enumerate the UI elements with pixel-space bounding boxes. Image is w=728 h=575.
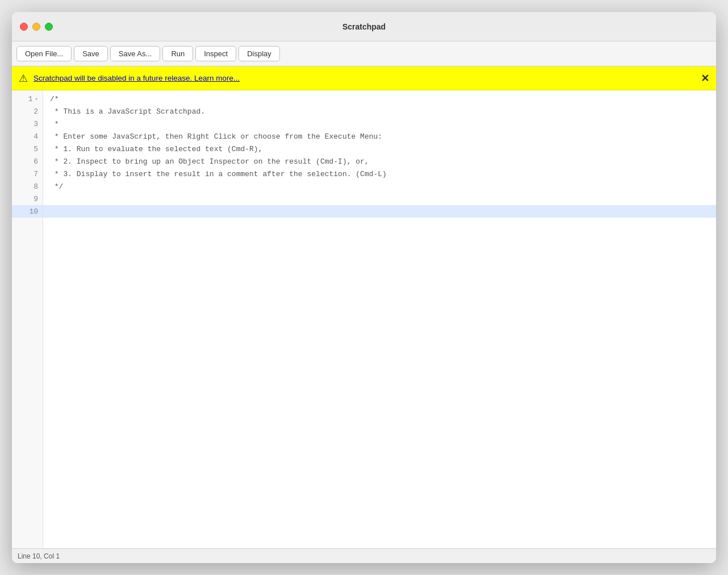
line-number-9: 9 — [12, 193, 43, 205]
code-line-9 — [43, 193, 716, 205]
code-line-10 — [43, 205, 716, 218]
code-line-5: * 1. Run to evaluate the selected text (… — [43, 143, 716, 155]
fold-arrow-icon[interactable]: ▾ — [35, 96, 38, 102]
line-number-5: 5 — [12, 143, 43, 155]
cursor-position: Line 10, Col 1 — [18, 552, 60, 560]
warning-icon: ⚠ — [19, 72, 28, 85]
code-line-1: /* — [43, 93, 716, 105]
warning-banner: ⚠ Scratchpad will be disabled in a futur… — [12, 66, 716, 90]
traffic-lights — [20, 23, 53, 31]
code-line-6: * 2. Inspect to bring up an Object Inspe… — [43, 155, 716, 168]
line-number-3: 3 — [12, 118, 43, 130]
line-number-2: 2 — [12, 105, 43, 118]
maximize-button[interactable] — [45, 23, 53, 31]
line-number-8: 8 — [12, 180, 43, 193]
display-button[interactable]: Display — [239, 46, 280, 61]
minimize-button[interactable] — [32, 23, 40, 31]
code-line-2: * This is a JavaScript Scratchpad. — [43, 105, 716, 118]
code-line-4: * Enter some JavaScript, then Right Clic… — [43, 130, 716, 143]
code-editor[interactable]: /* * This is a JavaScript Scratchpad. * … — [43, 90, 716, 548]
close-button[interactable] — [20, 23, 28, 31]
line-number-10: 10 — [12, 205, 43, 218]
code-line-7: * 3. Display to insert the result in a c… — [43, 168, 716, 180]
main-window: Scratchpad Open File... Save Save As... … — [12, 12, 716, 563]
inspect-button[interactable]: Inspect — [195, 46, 236, 61]
toolbar: Open File... Save Save As... Run Inspect… — [12, 41, 716, 66]
line-numbers: 1▾2345678910 — [12, 90, 43, 548]
line-number-1: 1▾ — [12, 93, 43, 105]
window-title: Scratchpad — [342, 22, 386, 31]
line-number-4: 4 — [12, 130, 43, 143]
title-bar: Scratchpad — [12, 12, 716, 41]
warning-link[interactable]: Scratchpad will be disabled in a future … — [34, 74, 701, 82]
line-number-7: 7 — [12, 168, 43, 180]
code-line-3: * — [43, 118, 716, 130]
save-as-button[interactable]: Save As... — [110, 46, 161, 61]
save-button[interactable]: Save — [74, 46, 108, 61]
code-line-8: */ — [43, 180, 716, 193]
open-file-button[interactable]: Open File... — [16, 46, 72, 61]
status-bar: Line 10, Col 1 — [12, 548, 716, 563]
editor-area: 1▾2345678910 /* * This is a JavaScript S… — [12, 90, 716, 548]
warning-close-button[interactable]: ✕ — [701, 72, 709, 85]
run-button[interactable]: Run — [162, 46, 193, 61]
line-number-6: 6 — [12, 155, 43, 168]
